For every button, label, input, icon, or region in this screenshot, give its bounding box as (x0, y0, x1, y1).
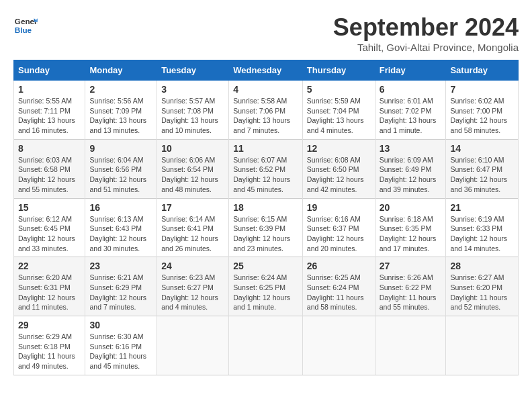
day-info: Sunrise: 6:06 AM Sunset: 6:54 PM Dayligh… (161, 155, 224, 195)
calendar-cell: 8Sunrise: 6:03 AM Sunset: 6:58 PM Daylig… (14, 139, 85, 198)
calendar-cell: 15Sunrise: 6:12 AM Sunset: 6:45 PM Dayli… (14, 198, 85, 257)
logo: General Blue (13, 13, 38, 38)
calendar-cell: 17Sunrise: 6:14 AM Sunset: 6:41 PM Dayli… (157, 198, 229, 257)
calendar-cell: 5Sunrise: 5:59 AM Sunset: 7:04 PM Daylig… (302, 81, 375, 140)
calendar-cell: 11Sunrise: 6:07 AM Sunset: 6:52 PM Dayli… (229, 139, 303, 198)
day-number: 18 (233, 202, 298, 213)
calendar-cell (375, 316, 446, 375)
calendar-cell (229, 316, 303, 375)
day-number: 21 (450, 202, 514, 213)
day-number: 24 (161, 261, 224, 271)
calendar-week-5: 29Sunrise: 6:29 AM Sunset: 6:18 PM Dayli… (14, 316, 519, 375)
weekday-header-tuesday: Tuesday (157, 60, 229, 81)
calendar-cell: 3Sunrise: 5:57 AM Sunset: 7:08 PM Daylig… (157, 81, 229, 140)
day-info: Sunrise: 6:25 AM Sunset: 6:24 PM Dayligh… (307, 273, 371, 312)
day-info: Sunrise: 5:56 AM Sunset: 7:09 PM Dayligh… (89, 96, 152, 136)
calendar-cell: 21Sunrise: 6:19 AM Sunset: 6:33 PM Dayli… (446, 198, 519, 257)
day-number: 5 (307, 84, 371, 95)
calendar-cell: 1Sunrise: 5:55 AM Sunset: 7:11 PM Daylig… (14, 81, 85, 140)
day-number: 6 (380, 84, 442, 95)
day-info: Sunrise: 6:16 AM Sunset: 6:37 PM Dayligh… (307, 214, 371, 254)
calendar-cell: 26Sunrise: 6:25 AM Sunset: 6:24 PM Dayli… (302, 257, 375, 316)
calendar-cell: 6Sunrise: 6:01 AM Sunset: 7:02 PM Daylig… (375, 81, 446, 140)
calendar-cell: 16Sunrise: 6:13 AM Sunset: 6:43 PM Dayli… (85, 198, 157, 257)
day-number: 20 (380, 202, 442, 213)
day-number: 10 (161, 143, 224, 154)
day-info: Sunrise: 6:19 AM Sunset: 6:33 PM Dayligh… (450, 214, 514, 254)
day-info: Sunrise: 6:29 AM Sunset: 6:18 PM Dayligh… (18, 332, 81, 371)
day-info: Sunrise: 6:03 AM Sunset: 6:58 PM Dayligh… (18, 155, 81, 195)
calendar-cell: 4Sunrise: 5:58 AM Sunset: 7:06 PM Daylig… (229, 81, 303, 140)
calendar-cell: 29Sunrise: 6:29 AM Sunset: 6:18 PM Dayli… (14, 316, 85, 375)
calendar-cell: 13Sunrise: 6:09 AM Sunset: 6:49 PM Dayli… (375, 139, 446, 198)
day-number: 22 (18, 261, 81, 271)
calendar-cell (446, 316, 519, 375)
calendar-week-1: 1Sunrise: 5:55 AM Sunset: 7:11 PM Daylig… (14, 81, 519, 140)
calendar-cell: 9Sunrise: 6:04 AM Sunset: 6:56 PM Daylig… (85, 139, 157, 198)
calendar-cell: 14Sunrise: 6:10 AM Sunset: 6:47 PM Dayli… (446, 139, 519, 198)
day-number: 7 (450, 84, 514, 95)
day-number: 27 (380, 261, 442, 271)
weekday-header-row: SundayMondayTuesdayWednesdayThursdayFrid… (14, 60, 519, 81)
calendar-week-2: 8Sunrise: 6:03 AM Sunset: 6:58 PM Daylig… (14, 139, 519, 198)
calendar-cell: 30Sunrise: 6:30 AM Sunset: 6:16 PM Dayli… (85, 316, 157, 375)
day-info: Sunrise: 6:10 AM Sunset: 6:47 PM Dayligh… (450, 155, 514, 195)
day-number: 16 (89, 202, 152, 213)
day-number: 29 (18, 320, 81, 330)
day-number: 25 (233, 261, 298, 271)
day-info: Sunrise: 6:27 AM Sunset: 6:20 PM Dayligh… (450, 273, 514, 312)
day-info: Sunrise: 6:20 AM Sunset: 6:31 PM Dayligh… (18, 273, 81, 312)
weekday-header-sunday: Sunday (14, 60, 85, 81)
calendar-week-4: 22Sunrise: 6:20 AM Sunset: 6:31 PM Dayli… (14, 257, 519, 316)
weekday-header-friday: Friday (375, 60, 446, 81)
day-number: 19 (307, 202, 371, 213)
day-number: 4 (233, 84, 298, 95)
day-info: Sunrise: 6:12 AM Sunset: 6:45 PM Dayligh… (18, 214, 81, 254)
calendar-cell: 24Sunrise: 6:23 AM Sunset: 6:27 PM Dayli… (157, 257, 229, 316)
day-number: 17 (161, 202, 224, 213)
calendar-cell: 7Sunrise: 6:02 AM Sunset: 7:00 PM Daylig… (446, 81, 519, 140)
weekday-header-thursday: Thursday (302, 60, 375, 81)
day-info: Sunrise: 6:08 AM Sunset: 6:50 PM Dayligh… (307, 155, 371, 195)
calendar-cell (157, 316, 229, 375)
month-title: September 2024 (333, 13, 519, 42)
calendar-cell: 19Sunrise: 6:16 AM Sunset: 6:37 PM Dayli… (302, 198, 375, 257)
day-info: Sunrise: 6:24 AM Sunset: 6:25 PM Dayligh… (233, 273, 298, 312)
title-area: September 2024 Tahilt, Govi-Altai Provin… (333, 13, 519, 53)
calendar-cell: 27Sunrise: 6:26 AM Sunset: 6:22 PM Dayli… (375, 257, 446, 316)
day-number: 26 (307, 261, 371, 271)
calendar-cell (302, 316, 375, 375)
calendar-cell: 18Sunrise: 6:15 AM Sunset: 6:39 PM Dayli… (229, 198, 303, 257)
day-number: 30 (89, 320, 152, 330)
day-info: Sunrise: 6:13 AM Sunset: 6:43 PM Dayligh… (89, 214, 152, 254)
day-info: Sunrise: 5:55 AM Sunset: 7:11 PM Dayligh… (18, 96, 81, 136)
day-info: Sunrise: 6:07 AM Sunset: 6:52 PM Dayligh… (233, 155, 298, 195)
day-number: 2 (89, 84, 152, 95)
weekday-header-saturday: Saturday (446, 60, 519, 81)
day-info: Sunrise: 5:58 AM Sunset: 7:06 PM Dayligh… (233, 96, 298, 136)
day-number: 28 (450, 261, 514, 271)
day-info: Sunrise: 6:21 AM Sunset: 6:29 PM Dayligh… (89, 273, 152, 312)
day-info: Sunrise: 6:14 AM Sunset: 6:41 PM Dayligh… (161, 214, 224, 254)
day-number: 23 (89, 261, 152, 271)
day-info: Sunrise: 6:23 AM Sunset: 6:27 PM Dayligh… (161, 273, 224, 312)
day-info: Sunrise: 6:30 AM Sunset: 6:16 PM Dayligh… (89, 332, 152, 371)
day-number: 14 (450, 143, 514, 154)
day-info: Sunrise: 5:57 AM Sunset: 7:08 PM Dayligh… (161, 96, 224, 136)
day-info: Sunrise: 6:18 AM Sunset: 6:35 PM Dayligh… (380, 214, 442, 254)
day-info: Sunrise: 6:09 AM Sunset: 6:49 PM Dayligh… (380, 155, 442, 195)
day-number: 8 (18, 143, 81, 154)
calendar-cell: 25Sunrise: 6:24 AM Sunset: 6:25 PM Dayli… (229, 257, 303, 316)
calendar-cell: 28Sunrise: 6:27 AM Sunset: 6:20 PM Dayli… (446, 257, 519, 316)
location-subtitle: Tahilt, Govi-Altai Province, Mongolia (333, 42, 519, 53)
day-number: 12 (307, 143, 371, 154)
day-number: 11 (233, 143, 298, 154)
weekday-header-wednesday: Wednesday (229, 60, 303, 81)
day-info: Sunrise: 6:15 AM Sunset: 6:39 PM Dayligh… (233, 214, 298, 254)
day-number: 1 (18, 84, 81, 95)
day-number: 15 (18, 202, 81, 213)
weekday-header-monday: Monday (85, 60, 157, 81)
calendar-cell: 2Sunrise: 5:56 AM Sunset: 7:09 PM Daylig… (85, 81, 157, 140)
day-info: Sunrise: 6:04 AM Sunset: 6:56 PM Dayligh… (89, 155, 152, 195)
calendar-week-3: 15Sunrise: 6:12 AM Sunset: 6:45 PM Dayli… (14, 198, 519, 257)
